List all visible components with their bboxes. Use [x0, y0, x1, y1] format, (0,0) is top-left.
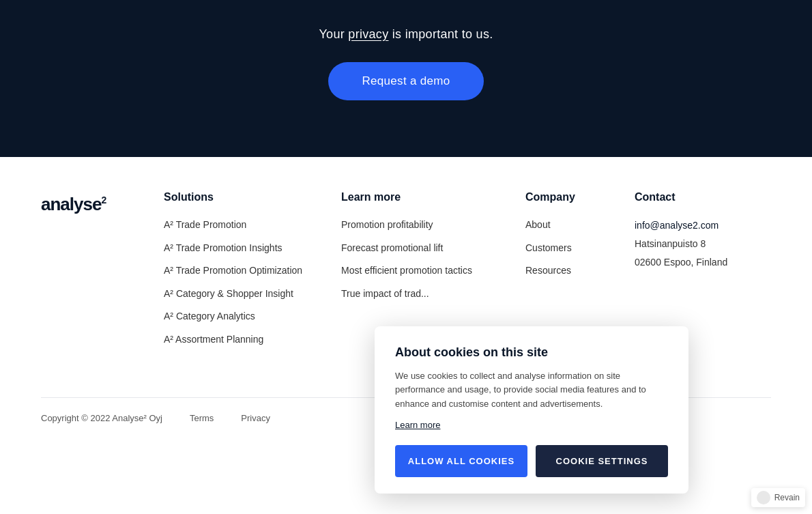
list-item: A² Trade Promotion Optimization: [164, 264, 341, 278]
list-item: Forecast promotional lift: [341, 242, 525, 255]
list-item: A² Category & Shopper Insight: [164, 287, 341, 301]
solution-trade-promotion[interactable]: A² Trade Promotion: [164, 219, 246, 230]
contact-address-line1: Hatsinanpuisto 8: [635, 237, 771, 251]
solution-trade-promotion-optimization[interactable]: A² Trade Promotion Optimization: [164, 265, 302, 276]
company-list: About Customers Resources: [525, 218, 635, 278]
solutions-list: A² Trade Promotion A² Trade Promotion In…: [164, 218, 341, 347]
list-item: A² Category Analytics: [164, 310, 341, 324]
learn-efficient-tactics[interactable]: Most efficient promotion tactics: [341, 265, 472, 276]
company-customers[interactable]: Customers: [525, 242, 572, 253]
solution-category-shopper[interactable]: A² Category & Shopper Insight: [164, 288, 293, 299]
footer-logo: analyse2: [41, 191, 164, 356]
list-item: Promotion profitability: [341, 218, 525, 232]
privacy-link[interactable]: Privacy: [241, 413, 270, 423]
list-item: A² Assortment Planning: [164, 333, 341, 347]
list-item: Most efficient promotion tactics: [341, 264, 525, 278]
copyright-text: Copyright © 2022 Analyse² Oyj: [41, 413, 162, 423]
logo-text: analyse2: [41, 194, 106, 215]
contact-heading: Contact: [635, 191, 771, 203]
hero-privacy-text: Your privacy is important to us.: [319, 27, 493, 42]
cookie-banner: About cookies on this site We use cookie…: [375, 326, 688, 438]
learn-more-heading: Learn more: [341, 191, 525, 203]
hero-section: Your privacy is important to us. Request…: [0, 0, 812, 157]
list-item: Customers: [525, 242, 635, 255]
solutions-heading: Solutions: [164, 191, 341, 203]
cookie-title: About cookies on this site: [395, 345, 668, 360]
learn-forecast-lift[interactable]: Forecast promotional lift: [341, 242, 443, 253]
learn-more-list: Promotion profitability Forecast promoti…: [341, 218, 525, 300]
contact-email: info@analyse2.com: [635, 218, 771, 233]
logo-sup: 2: [101, 195, 106, 205]
list-item: A² Trade Promotion: [164, 218, 341, 232]
list-item: Resources: [525, 264, 635, 278]
company-about[interactable]: About: [525, 219, 551, 230]
list-item: A² Trade Promotion Insights: [164, 242, 341, 255]
cookie-learn-more[interactable]: Learn more: [395, 420, 440, 430]
learn-promotion-profitability[interactable]: Promotion profitability: [341, 219, 433, 230]
learn-true-impact[interactable]: True impact of trad...: [341, 288, 429, 299]
terms-link[interactable]: Terms: [190, 413, 214, 423]
contact-address-line2: 02600 Espoo, Finland: [635, 255, 771, 270]
solutions-column: Solutions A² Trade Promotion A² Trade Pr…: [164, 191, 341, 356]
solution-assortment-planning[interactable]: A² Assortment Planning: [164, 334, 263, 345]
list-item: True impact of trad...: [341, 287, 525, 301]
demo-button[interactable]: Request a demo: [328, 62, 484, 100]
solution-trade-promotion-insights[interactable]: A² Trade Promotion Insights: [164, 242, 282, 253]
cookie-description: We use cookies to collect and analyse in…: [395, 369, 668, 412]
solution-category-analytics[interactable]: A² Category Analytics: [164, 311, 255, 322]
company-heading: Company: [525, 191, 635, 203]
list-item: About: [525, 218, 635, 232]
company-resources[interactable]: Resources: [525, 265, 571, 276]
